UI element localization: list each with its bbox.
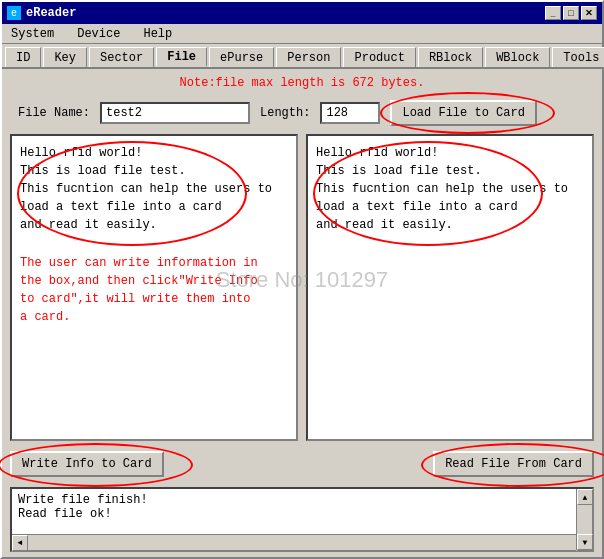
menu-system[interactable]: System <box>7 26 58 42</box>
helper-line3: to card",it will write them into <box>20 290 288 308</box>
title-buttons: _ □ ✕ <box>545 6 597 20</box>
scroll-up-button[interactable]: ▲ <box>577 489 592 505</box>
right-panel-text: Hello rfid world! This is load file test… <box>316 144 584 234</box>
close-button[interactable]: ✕ <box>581 6 597 20</box>
menu-help[interactable]: Help <box>139 26 176 42</box>
tab-rblock[interactable]: RBlock <box>418 47 483 67</box>
left-panel-text: Hello rfid world! This is load file test… <box>20 144 288 234</box>
right-panel: Hello rfid world! This is load file test… <box>306 134 594 441</box>
tabs-bar: ID Key Sector File ePurse Person Product… <box>2 44 602 69</box>
log-inner: Write file finish! Read file ok! ▲ ▼ <box>12 489 592 534</box>
minimize-button[interactable]: _ <box>545 6 561 20</box>
tab-wblock[interactable]: WBlock <box>485 47 550 67</box>
tab-file[interactable]: File <box>156 47 207 67</box>
helper-line1: The user can write information in <box>20 254 288 272</box>
main-window: e eReader _ □ ✕ System Device Help ID Ke… <box>0 0 604 559</box>
app-icon: e <box>7 6 21 20</box>
left-panel: Hello rfid world! This is load file test… <box>10 134 298 441</box>
window-title: eReader <box>26 6 76 20</box>
right-line5: and read it easily. <box>316 216 584 234</box>
menu-device[interactable]: Device <box>73 26 124 42</box>
log-line2: Read file ok! <box>18 507 586 521</box>
filename-input[interactable] <box>100 102 250 124</box>
log-content: Write file finish! Read file ok! <box>12 489 592 534</box>
file-row: File Name: Length: Load File to Card <box>10 97 594 129</box>
tab-epurse[interactable]: ePurse <box>209 47 274 67</box>
write-btn-container: Write Info to Card <box>10 451 164 477</box>
left-line1: Hello rfid world! <box>20 144 288 162</box>
content-area: Note:file max length is 672 bytes. File … <box>2 69 602 557</box>
notice-text: Note:file max length is 672 bytes. <box>10 74 594 92</box>
log-line1: Write file finish! <box>18 493 586 507</box>
right-line3: This fucntion can help the users to <box>316 180 584 198</box>
left-line4: load a text file into a card <box>20 198 288 216</box>
vertical-scrollbar: ▲ ▼ <box>576 489 592 534</box>
title-bar-left: e eReader <box>7 6 76 20</box>
left-line2: This is load file test. <box>20 162 288 180</box>
right-line2: This is load file test. <box>316 162 584 180</box>
read-btn-container: Read File From Card <box>433 451 594 477</box>
horizontal-scrollbar: ◄ ► <box>12 534 592 550</box>
load-file-button[interactable]: Load File to Card <box>390 100 536 126</box>
tab-person[interactable]: Person <box>276 47 341 67</box>
left-panel-helper: The user can write information in the bo… <box>20 254 288 326</box>
tab-sector[interactable]: Sector <box>89 47 154 67</box>
filename-label: File Name: <box>18 106 90 120</box>
tab-product[interactable]: Product <box>343 47 415 67</box>
tab-id[interactable]: ID <box>5 47 41 67</box>
buttons-row: Write Info to Card Read File From Card <box>10 446 594 482</box>
log-area: Write file finish! Read file ok! ▲ ▼ ◄ ► <box>10 487 594 552</box>
length-label: Length: <box>260 106 310 120</box>
right-line4: load a text file into a card <box>316 198 584 216</box>
read-file-button[interactable]: Read File From Card <box>433 451 594 477</box>
scroll-track-h[interactable] <box>28 535 576 550</box>
maximize-button[interactable]: □ <box>563 6 579 20</box>
tab-tools[interactable]: Tools <box>552 47 604 67</box>
helper-line2: the box,and then click"Write Info <box>20 272 288 290</box>
write-info-button[interactable]: Write Info to Card <box>10 451 164 477</box>
scroll-track-v[interactable] <box>577 505 592 534</box>
length-input[interactable] <box>320 102 380 124</box>
tab-key[interactable]: Key <box>43 47 87 67</box>
left-line3: This fucntion can help the users to <box>20 180 288 198</box>
helper-line4: a card. <box>20 308 288 326</box>
panels-row: Hello rfid world! This is load file test… <box>10 134 594 441</box>
menu-bar: System Device Help <box>2 24 602 44</box>
left-line5: and read it easily. <box>20 216 288 234</box>
right-line1: Hello rfid world! <box>316 144 584 162</box>
scroll-left-button[interactable]: ◄ <box>12 535 28 551</box>
title-bar: e eReader _ □ ✕ <box>2 2 602 24</box>
